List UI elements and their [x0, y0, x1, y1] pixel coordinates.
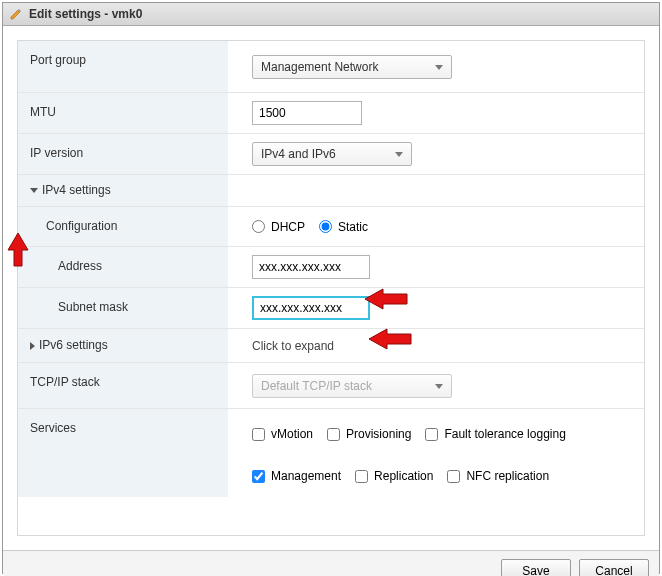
tcpip-select: Default TCP/IP stack [252, 374, 452, 398]
subnet-mask-input[interactable] [252, 296, 370, 320]
dialog-body: Port group Management Network MTU IP ver… [3, 26, 659, 550]
row-address: Address [18, 247, 644, 288]
row-ip-version: IP version IPv4 and IPv6 [18, 134, 644, 175]
row-tcpip: TCP/IP stack Default TCP/IP stack [18, 363, 644, 409]
label-port-group: Port group [18, 41, 228, 92]
dialog-title: Edit settings - vmk0 [29, 7, 142, 21]
ipv6-expand-hint: Click to expand [252, 339, 334, 353]
radio-static[interactable]: Static [319, 220, 368, 234]
checkbox-replication[interactable]: Replication [355, 469, 433, 483]
label-subnet-mask: Subnet mask [18, 288, 228, 328]
address-input[interactable] [252, 255, 370, 279]
dialog-titlebar: Edit settings - vmk0 [3, 3, 659, 26]
row-mtu: MTU [18, 93, 644, 134]
edit-settings-dialog: Edit settings - vmk0 Port group Manageme… [2, 2, 660, 574]
cancel-button[interactable]: Cancel [579, 559, 649, 576]
settings-panel: Port group Management Network MTU IP ver… [17, 40, 645, 536]
row-port-group: Port group Management Network [18, 41, 644, 93]
chevron-right-icon [30, 342, 35, 350]
row-ipv4-header[interactable]: IPv4 settings [18, 175, 644, 207]
label-ipv4-settings: IPv4 settings [42, 183, 111, 197]
row-configuration: Configuration DHCP Static [18, 207, 644, 247]
radio-dhcp[interactable]: DHCP [252, 220, 305, 234]
row-services: Services vMotion Provisioning Fault tole… [18, 409, 644, 497]
save-button[interactable]: Save [501, 559, 571, 576]
port-group-select[interactable]: Management Network [252, 55, 452, 79]
label-services: Services [18, 409, 228, 497]
pencil-icon [9, 7, 23, 21]
row-subnet-mask: Subnet mask [18, 288, 644, 329]
ip-version-select[interactable]: IPv4 and IPv6 [252, 142, 412, 166]
checkbox-management[interactable]: Management [252, 469, 341, 483]
checkbox-nfc-replication[interactable]: NFC replication [447, 469, 549, 483]
dialog-footer: Save Cancel [3, 550, 659, 576]
label-tcpip: TCP/IP stack [18, 363, 228, 408]
label-mtu: MTU [18, 93, 228, 133]
row-ipv6-header[interactable]: IPv6 settings Click to expand [18, 329, 644, 363]
checkbox-ft-logging[interactable]: Fault tolerance logging [425, 427, 565, 441]
checkbox-vmotion[interactable]: vMotion [252, 427, 313, 441]
label-configuration: Configuration [18, 207, 228, 246]
label-address: Address [18, 247, 228, 287]
label-ipv6-settings: IPv6 settings [39, 338, 108, 352]
label-ip-version: IP version [18, 134, 228, 174]
mtu-input[interactable] [252, 101, 362, 125]
chevron-down-icon [30, 188, 38, 193]
checkbox-provisioning[interactable]: Provisioning [327, 427, 411, 441]
